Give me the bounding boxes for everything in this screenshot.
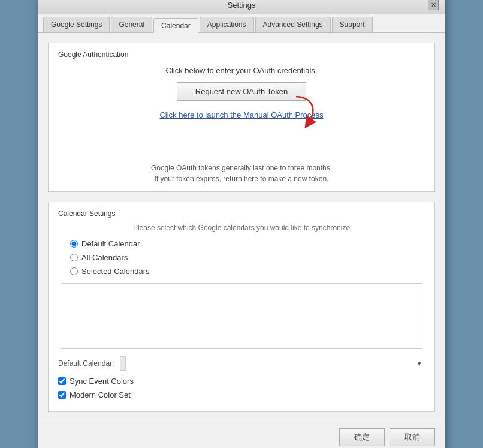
default-calendar-select[interactable] (120, 356, 126, 371)
title-bar: Settings ✕ (38, 0, 445, 14)
calendar-settings-title: Calendar Settings (58, 209, 425, 218)
radio-selected-calendars[interactable]: Selected Calendars (70, 267, 425, 276)
tab-support[interactable]: Support (332, 17, 373, 32)
tab-calendar[interactable]: Calendar (153, 18, 198, 33)
tab-google-settings[interactable]: Google Settings (43, 17, 110, 32)
arrow-decoration (58, 127, 425, 151)
calendar-radio-group: Default Calendar All Calendars Selected … (70, 239, 425, 276)
default-calendar-select-wrapper: ▾ (120, 356, 425, 371)
radio-default-input[interactable] (70, 240, 78, 248)
close-button[interactable]: ✕ (428, 0, 439, 10)
modern-color-row: Modern Color Set (58, 390, 425, 399)
radio-selected-label: Selected Calendars (81, 267, 149, 276)
tab-applications[interactable]: Applications (200, 17, 254, 32)
sync-colors-label: Sync Event Colors (70, 377, 134, 386)
calendar-sync-note: Please select which Google calendars you… (58, 224, 425, 232)
modern-color-label: Modern Color Set (70, 390, 131, 399)
sync-colors-row: Sync Event Colors (58, 377, 425, 386)
tab-bar: Google Settings General Calendar Applica… (38, 14, 445, 33)
ok-button[interactable]: 确定 (339, 428, 385, 446)
settings-window: Settings ✕ Google Settings General Calen… (38, 0, 445, 448)
oauth-note: Google OAuth tokens generally last one t… (151, 163, 332, 184)
default-calendar-row: Default Calendar: ▾ (58, 356, 425, 371)
modern-color-checkbox[interactable] (58, 391, 66, 399)
google-auth-content: Click below to enter your OAuth credenti… (58, 66, 425, 184)
google-auth-section: Google Authentication Click below to ent… (48, 43, 435, 192)
content-area: Google Authentication Click below to ent… (38, 33, 445, 422)
radio-all-label: All Calendars (81, 253, 128, 262)
radio-all-calendars[interactable]: All Calendars (70, 253, 425, 262)
tab-advanced-settings[interactable]: Advanced Settings (255, 17, 331, 32)
sync-colors-checkbox[interactable] (58, 377, 66, 385)
radio-all-input[interactable] (70, 254, 78, 261)
oauth-description: Click below to enter your OAuth credenti… (166, 66, 318, 75)
footer: 确定 取消 (38, 422, 445, 448)
select-chevron-icon: ▾ (418, 360, 421, 368)
google-auth-title: Google Authentication (58, 50, 425, 59)
radio-selected-input[interactable] (70, 267, 78, 275)
window-title: Settings (55, 1, 428, 10)
default-calendar-label: Default Calendar: (58, 359, 114, 368)
calendar-settings-section: Calendar Settings Please select which Go… (48, 202, 435, 412)
radio-default-label: Default Calendar (81, 239, 140, 248)
red-arrow-icon (260, 94, 332, 130)
tab-general[interactable]: General (111, 17, 152, 32)
cancel-button[interactable]: 取消 (390, 428, 435, 446)
radio-default-calendar[interactable]: Default Calendar (70, 239, 425, 248)
calendar-list-box[interactable] (61, 283, 422, 349)
